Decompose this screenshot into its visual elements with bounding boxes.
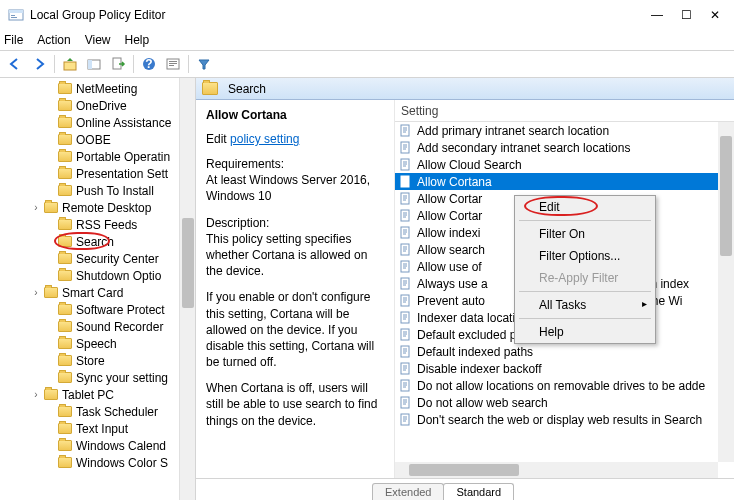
forward-button[interactable] bbox=[28, 53, 50, 75]
policy-row[interactable]: Add primary intranet search location bbox=[395, 122, 734, 139]
policy-row[interactable]: Do not allow locations on removable driv… bbox=[395, 377, 734, 394]
tree-item-task-scheduler[interactable]: Task Scheduler bbox=[0, 403, 195, 420]
tree-item-netmeeting[interactable]: NetMeeting bbox=[0, 80, 195, 97]
policy-row[interactable]: Allow Cloud Search bbox=[395, 156, 734, 173]
minimize-button[interactable]: — bbox=[651, 8, 663, 22]
folder-icon bbox=[44, 287, 58, 298]
pane-title: Search bbox=[228, 82, 266, 96]
tree-item-speech[interactable]: Speech bbox=[0, 335, 195, 352]
tree-item-windows-color-s[interactable]: Windows Color S bbox=[0, 454, 195, 471]
svg-rect-2 bbox=[11, 15, 15, 16]
context-item-help[interactable]: Help bbox=[515, 321, 655, 343]
edit-policy-link[interactable]: policy setting bbox=[230, 132, 299, 146]
back-button[interactable] bbox=[4, 53, 26, 75]
window-title: Local Group Policy Editor bbox=[30, 8, 651, 22]
tab-extended[interactable]: Extended bbox=[372, 483, 444, 500]
policy-row[interactable]: Disable indexer backoff bbox=[395, 360, 734, 377]
folder-icon bbox=[58, 321, 72, 332]
tree-item-remote-desktop[interactable]: ›Remote Desktop bbox=[0, 199, 195, 216]
tree-item-security-center[interactable]: Security Center bbox=[0, 250, 195, 267]
tree-item-smart-card[interactable]: ›Smart Card bbox=[0, 284, 195, 301]
tree-item-label: Tablet PC bbox=[62, 388, 114, 402]
help-button[interactable]: ? bbox=[138, 53, 160, 75]
maximize-button[interactable]: ☐ bbox=[681, 8, 692, 22]
tree-item-software-protect[interactable]: Software Protect bbox=[0, 301, 195, 318]
folder-icon bbox=[58, 219, 72, 230]
tree-item-sound-recorder[interactable]: Sound Recorder bbox=[0, 318, 195, 335]
tab-standard[interactable]: Standard bbox=[443, 483, 514, 500]
filter-button[interactable] bbox=[193, 53, 215, 75]
tree-item-oobe[interactable]: OOBE bbox=[0, 131, 195, 148]
app-icon bbox=[8, 7, 24, 23]
up-button[interactable] bbox=[59, 53, 81, 75]
tree-item-label: Push To Install bbox=[76, 184, 154, 198]
context-menu: EditFilter OnFilter Options...Re-Apply F… bbox=[514, 195, 656, 344]
policy-label: Indexer data location bbox=[417, 311, 528, 325]
tree-item-label: Portable Operatin bbox=[76, 150, 170, 164]
tree-item-tablet-pc[interactable]: ›Tablet PC bbox=[0, 386, 195, 403]
expand-icon[interactable]: › bbox=[30, 287, 42, 298]
svg-rect-4 bbox=[64, 62, 76, 70]
svg-rect-11 bbox=[169, 61, 177, 62]
policy-row[interactable]: Add secondary intranet search locations bbox=[395, 139, 734, 156]
tree-item-push-to-install[interactable]: Push To Install bbox=[0, 182, 195, 199]
menu-action[interactable]: Action bbox=[37, 33, 70, 47]
tree-item-portable-operatin[interactable]: Portable Operatin bbox=[0, 148, 195, 165]
policy-row[interactable]: Allow Cortana bbox=[395, 173, 734, 190]
close-button[interactable]: ✕ bbox=[710, 8, 720, 22]
tree-item-presentation-sett[interactable]: Presentation Sett bbox=[0, 165, 195, 182]
folder-icon bbox=[58, 100, 72, 111]
menu-separator bbox=[519, 318, 651, 319]
expand-icon[interactable]: › bbox=[30, 202, 42, 213]
tree-item-rss-feeds[interactable]: RSS Feeds bbox=[0, 216, 195, 233]
tree-scrollbar[interactable] bbox=[179, 78, 195, 500]
menu-separator bbox=[519, 220, 651, 221]
tree-nav[interactable]: NetMeetingOneDriveOnline AssistanceOOBEP… bbox=[0, 78, 196, 500]
context-item-edit[interactable]: Edit bbox=[515, 196, 655, 218]
context-item-re-apply-filter: Re-Apply Filter bbox=[515, 267, 655, 289]
policy-row[interactable]: Do not allow web search bbox=[395, 394, 734, 411]
column-header-setting[interactable]: Setting bbox=[395, 100, 734, 122]
tree-item-text-input[interactable]: Text Input bbox=[0, 420, 195, 437]
folder-icon bbox=[44, 389, 58, 400]
folder-icon bbox=[58, 372, 72, 383]
properties-button[interactable] bbox=[162, 53, 184, 75]
context-item-all-tasks[interactable]: All Tasks▸ bbox=[515, 294, 655, 316]
folder-icon bbox=[58, 270, 72, 281]
tree-item-windows-calend[interactable]: Windows Calend bbox=[0, 437, 195, 454]
policy-label: Prevent auto bbox=[417, 294, 485, 308]
tree-item-label: Smart Card bbox=[62, 286, 123, 300]
context-item-filter-on[interactable]: Filter On bbox=[515, 223, 655, 245]
folder-icon bbox=[58, 355, 72, 366]
tree-item-label: Task Scheduler bbox=[76, 405, 158, 419]
context-item-filter-options-[interactable]: Filter Options... bbox=[515, 245, 655, 267]
tree-item-search[interactable]: Search bbox=[0, 233, 195, 250]
tree-item-label: Store bbox=[76, 354, 105, 368]
tree-item-onedrive[interactable]: OneDrive bbox=[0, 97, 195, 114]
policy-row[interactable]: Don't search the web or display web resu… bbox=[395, 411, 734, 428]
tree-item-shutdown-optio[interactable]: Shutdown Optio bbox=[0, 267, 195, 284]
tree-item-label: Software Protect bbox=[76, 303, 165, 317]
expand-icon[interactable]: › bbox=[30, 389, 42, 400]
show-hide-button[interactable] bbox=[83, 53, 105, 75]
export-button[interactable] bbox=[107, 53, 129, 75]
tree-item-online-assistance[interactable]: Online Assistance bbox=[0, 114, 195, 131]
tree-item-label: Windows Calend bbox=[76, 439, 166, 453]
tree-item-label: Presentation Sett bbox=[76, 167, 168, 181]
menu-view[interactable]: View bbox=[85, 33, 111, 47]
policy-label: Allow use of bbox=[417, 260, 482, 274]
tree-item-label: OneDrive bbox=[76, 99, 127, 113]
requirements-label: Requirements: bbox=[206, 157, 284, 171]
folder-icon bbox=[202, 82, 218, 95]
folder-icon bbox=[58, 457, 72, 468]
menu-file[interactable]: File bbox=[4, 33, 23, 47]
tree-item-label: Remote Desktop bbox=[62, 201, 151, 215]
folder-icon bbox=[58, 423, 72, 434]
policy-label: Allow indexi bbox=[417, 226, 480, 240]
tree-item-store[interactable]: Store bbox=[0, 352, 195, 369]
list-scrollbar-vertical[interactable] bbox=[718, 122, 734, 462]
list-scrollbar-horizontal[interactable] bbox=[395, 462, 718, 478]
menu-help[interactable]: Help bbox=[125, 33, 150, 47]
policy-row[interactable]: Default indexed paths bbox=[395, 343, 734, 360]
tree-item-sync-your-setting[interactable]: Sync your setting bbox=[0, 369, 195, 386]
